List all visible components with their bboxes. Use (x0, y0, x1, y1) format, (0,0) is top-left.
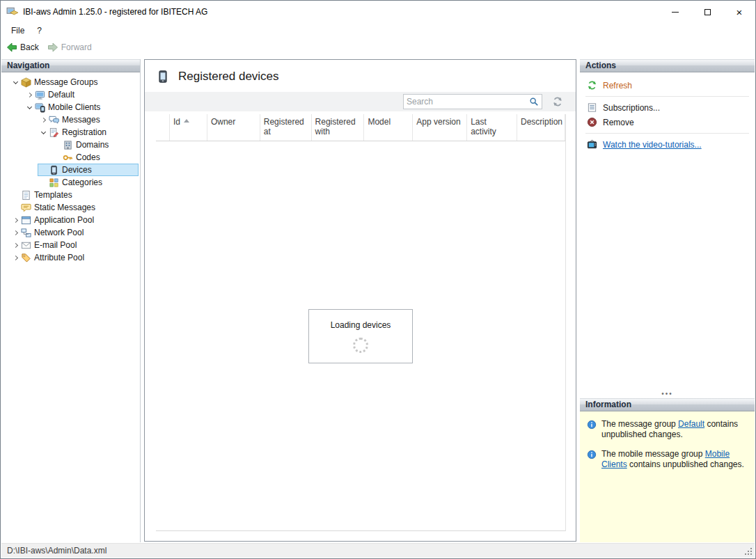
chevron-down-icon[interactable] (10, 77, 21, 88)
tree-indent (1, 207, 10, 208)
tree-item-codes[interactable]: Codes (1, 151, 140, 164)
column-header-registered-with[interactable]: Registered with (312, 114, 365, 141)
tree-indent (1, 245, 10, 246)
chevron-right-icon[interactable] (10, 215, 21, 226)
information-panel: The message group Default contains unpub… (580, 411, 755, 542)
info-note-link[interactable]: Default (678, 419, 704, 429)
tree-item-static-messages[interactable]: Static Messages (1, 201, 140, 214)
tree-item-label: Network Pool (34, 228, 84, 237)
chevron-down-icon[interactable] (24, 102, 35, 113)
default-icon (35, 90, 45, 100)
column-header-owner[interactable]: Owner (207, 114, 260, 141)
expander-placeholder (52, 152, 63, 163)
tree-indent (1, 195, 10, 196)
subscriptions-icon (587, 102, 597, 113)
separator (585, 96, 749, 97)
column-header-id[interactable]: Id (170, 114, 207, 141)
search-input[interactable] (407, 97, 529, 107)
tree-item-content[interactable]: Categories (38, 176, 139, 189)
action-label: Subscriptions... (603, 103, 660, 113)
tree-item-mobile-clients[interactable]: Mobile Clients (1, 101, 140, 113)
tree-item-content[interactable]: Default (24, 88, 139, 101)
column-header-model[interactable]: Model (364, 114, 413, 141)
tree-item-network-pool[interactable]: Network Pool (1, 226, 140, 239)
status-bar: D:\IBI-aws\Admin\Data.xml (1, 543, 755, 558)
info-note-text: The message group Default contains unpub… (601, 419, 748, 440)
tree-item-templates[interactable]: Templates (1, 189, 140, 201)
attribute-pool-icon (21, 253, 31, 263)
info-icon (587, 420, 597, 430)
message-groups-icon (21, 77, 31, 88)
column-header-app-version[interactable]: App version (413, 114, 467, 141)
tree-item-messages[interactable]: Messages (1, 113, 140, 126)
tree-item-message-groups[interactable]: Message Groups (1, 76, 140, 88)
tree-item-content[interactable]: Templates (10, 189, 139, 201)
column-header-label: Model (368, 117, 391, 127)
tree-item-content[interactable]: Static Messages (10, 201, 139, 214)
application-pool-icon (21, 215, 31, 226)
action-label: Watch the video-tutorials... (603, 140, 702, 150)
mobile-clients-icon (35, 102, 45, 113)
tree-item-categories[interactable]: Categories (1, 176, 140, 189)
tree-item-content[interactable]: Codes (52, 151, 139, 164)
tree-item-content[interactable]: Domains (52, 139, 139, 151)
info-note-text: The mobile message group Mobile Clients … (601, 449, 748, 470)
search-icon[interactable] (529, 97, 539, 107)
chevron-down-icon[interactable] (38, 127, 49, 138)
actions-list: Refresh Subscriptions... Remove Watch th… (580, 72, 755, 152)
refresh-list-icon[interactable] (552, 96, 563, 107)
tree-item-content[interactable]: Application Pool (10, 214, 139, 226)
tree-item-application-pool[interactable]: Application Pool (1, 214, 140, 226)
tree-item-label: Templates (34, 190, 72, 200)
navigation-tree: Message Groups Default Mobile Clients Me… (1, 72, 140, 264)
tree-indent (1, 145, 52, 145)
expander-placeholder (38, 165, 49, 175)
tree-item-content[interactable]: Network Pool (10, 226, 139, 239)
info-note: The message group Default contains unpub… (587, 419, 748, 440)
page-title-row: Registered devices (145, 60, 576, 90)
tree-item-registration[interactable]: Registration (1, 126, 140, 139)
search-box (403, 94, 542, 109)
refresh-icon (587, 80, 597, 90)
chevron-right-icon[interactable] (24, 90, 35, 100)
action-watch-the-video-tutorials[interactable]: Watch the video-tutorials... (580, 137, 755, 152)
tree-item-domains[interactable]: Domains (1, 139, 140, 151)
tree-item-default[interactable]: Default (1, 88, 140, 101)
tree-item-attribute-pool[interactable]: Attribute Pool (1, 251, 140, 264)
chevron-right-icon[interactable] (10, 253, 21, 263)
action-subscriptions[interactable]: Subscriptions... (580, 100, 755, 115)
chevron-right-icon[interactable] (10, 228, 21, 238)
action-refresh[interactable]: Refresh (580, 78, 755, 93)
sort-ascending-icon (184, 119, 189, 123)
tree-item-content[interactable]: Attribute Pool (10, 251, 139, 264)
chevron-right-icon[interactable] (38, 115, 49, 125)
tree-item-content[interactable]: Message Groups (10, 76, 139, 88)
tree-item-content[interactable]: Mobile Clients (24, 101, 139, 113)
email-pool-icon (21, 240, 31, 251)
tree-item-label: Devices (62, 165, 92, 175)
tree-item-content[interactable]: Registration (38, 126, 139, 139)
column-header-registered-at[interactable]: Registered at (260, 114, 312, 141)
static-messages-icon (21, 203, 31, 213)
resize-grip[interactable] (743, 546, 753, 556)
chevron-right-icon[interactable] (10, 240, 21, 251)
panel-splitter[interactable]: ••• (580, 390, 755, 398)
tree-item-label: Default (48, 90, 74, 100)
action-remove[interactable]: Remove (580, 115, 755, 129)
tree-indent (1, 107, 24, 108)
column-header-description[interactable]: Description (517, 114, 565, 141)
tree-item-content[interactable]: Devices (38, 164, 139, 176)
templates-icon (21, 190, 31, 200)
column-header-label: Registered at (264, 117, 308, 136)
table-body: Loading devices (156, 141, 565, 530)
tree-item-content[interactable]: Messages (38, 113, 139, 126)
loading-spinner-icon (353, 338, 368, 353)
tree-item-e-mail-pool[interactable]: E-mail Pool (1, 239, 140, 251)
right-panel-spacer (580, 152, 755, 390)
information-header: Information (580, 398, 755, 411)
search-band (145, 92, 576, 111)
tree-item-devices[interactable]: Devices (1, 164, 140, 176)
tree-item-content[interactable]: E-mail Pool (10, 239, 139, 251)
tree-indent (1, 157, 52, 158)
column-header-last-activity[interactable]: Last activity (467, 114, 517, 141)
